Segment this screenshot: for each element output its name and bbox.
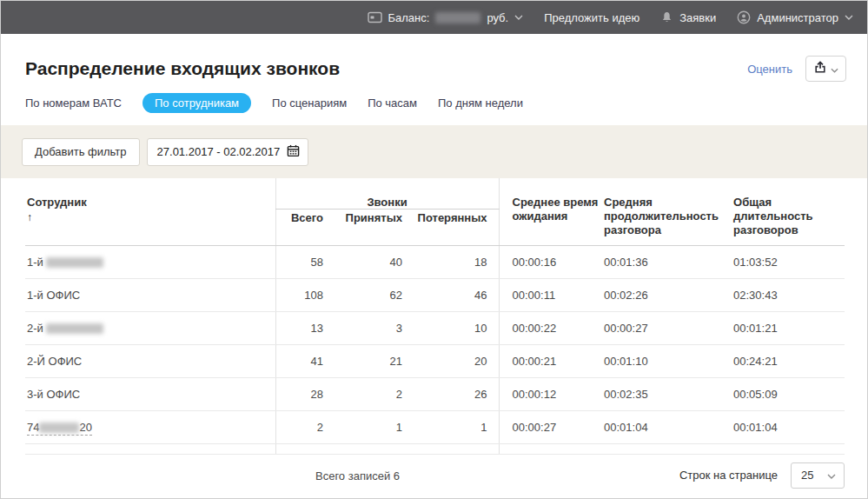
empty-cell <box>499 444 845 455</box>
export-icon <box>814 61 826 77</box>
currency-label: руб. <box>487 11 508 24</box>
table-footer: Всего записей 6 Строк на странице 25 <box>1 455 867 496</box>
employee-cell: 1-й ОФИС <box>25 279 275 312</box>
cell: 62 <box>327 279 406 312</box>
cell: 46 <box>406 279 499 312</box>
cell: 00:02:26 <box>604 279 733 312</box>
tabs: По номерам ВАТСПо сотрудникамПо сценария… <box>1 82 867 113</box>
balance-menu[interactable]: Баланс: руб. <box>368 11 524 24</box>
masked-text <box>39 422 79 433</box>
rate-link[interactable]: Оценить <box>747 63 792 76</box>
suggest-idea-link[interactable]: Предложить идею <box>544 11 639 24</box>
tab-3[interactable]: По сценариям <box>272 93 347 113</box>
filter-bar: Добавить фильтр 27.01.2017 - 02.02.2017 <box>1 125 867 178</box>
table-row: 2-й 1331000:00:2200:00:2700:01:21 <box>25 312 845 345</box>
tab-1[interactable]: По номерам ВАТС <box>25 93 122 113</box>
employee-cell: 1-й <box>25 246 275 279</box>
cell: 41 <box>275 345 327 378</box>
cell: 3 <box>327 312 406 345</box>
cell: 01:03:52 <box>733 246 845 279</box>
cell: 00:02:35 <box>604 378 733 411</box>
chevron-down-icon <box>831 63 838 76</box>
table-row: 3-й ОФИС2822600:00:1200:02:3500:05:09 <box>25 378 845 411</box>
cell: 40 <box>327 246 406 279</box>
column-header-avg-wait[interactable]: Среднее время ожидания <box>499 178 604 246</box>
employee-cell: 2-Й ОФИС <box>25 345 275 378</box>
chevron-down-icon <box>514 15 523 20</box>
cell: 02:30:43 <box>733 279 845 312</box>
cell: 00:05:09 <box>733 378 845 411</box>
table-row: 2-Й ОФИС41212000:00:2100:01:1000:24:21 <box>25 345 845 378</box>
page-title: Распределение входящих звонков <box>25 57 340 80</box>
cell: 21 <box>327 345 406 378</box>
page: Баланс: руб. Предложить идею Заявки Адми… <box>0 0 868 499</box>
column-header-accepted[interactable]: Принятых <box>327 210 406 246</box>
rows-per-page-select[interactable]: 25 <box>791 462 845 489</box>
total-records: Всего записей 6 <box>315 469 400 482</box>
column-header-avg-duration[interactable]: Средняя продолжительность разговора <box>604 178 733 246</box>
empty-cell <box>25 444 275 455</box>
cell: 1 <box>327 411 406 444</box>
employee-cell: 2-й <box>25 312 275 345</box>
column-group-calls: Звонки <box>275 178 499 210</box>
cell: 108 <box>275 279 327 312</box>
cell: 00:24:21 <box>733 345 845 378</box>
table-row: 1-й 58401800:00:1600:01:3601:03:52 <box>25 246 845 279</box>
date-range-input[interactable]: 27.01.2017 - 02.02.2017 <box>147 138 308 166</box>
cell: 00:00:22 <box>499 312 604 345</box>
calendar-icon <box>287 144 300 160</box>
empty-cell <box>275 444 499 455</box>
cell: 20 <box>406 345 499 378</box>
chevron-down-icon <box>845 15 853 20</box>
rows-per-page-label: Строк на странице <box>679 469 778 482</box>
cell: 00:00:27 <box>604 312 733 345</box>
cell: 00:01:04 <box>604 411 733 444</box>
cell: 00:01:21 <box>733 312 845 345</box>
table-row: 742021100:00:2700:01:0400:01:04 <box>25 411 845 444</box>
cell: 13 <box>275 312 327 345</box>
column-header-total[interactable]: Всего <box>275 210 327 246</box>
sort-asc-icon: ↑ <box>27 211 32 223</box>
cell: 58 <box>275 246 327 279</box>
cell: 00:01:36 <box>604 246 733 279</box>
cell: 00:00:27 <box>499 411 604 444</box>
calls-table: Сотрудник ↑ Звонки Среднее время ожидани… <box>1 178 867 455</box>
phone-link[interactable]: 7420 <box>27 421 92 436</box>
add-filter-button[interactable]: Добавить фильтр <box>22 138 140 166</box>
tab-2[interactable]: По сотрудникам <box>142 93 251 113</box>
cell: 00:01:04 <box>733 411 845 444</box>
table-row: 1-й ОФИС108624600:00:1100:02:2602:30:43 <box>25 279 845 312</box>
cell: 00:00:12 <box>499 378 604 411</box>
employee-cell: 7420 <box>25 411 275 444</box>
chevron-down-icon <box>827 469 836 482</box>
topbar: Баланс: руб. Предложить идею Заявки Адми… <box>1 1 867 34</box>
user-icon <box>737 10 751 24</box>
balance-amount-masked <box>435 12 480 23</box>
cell: 2 <box>275 411 327 444</box>
bell-icon <box>660 10 673 24</box>
export-button[interactable] <box>805 56 846 82</box>
masked-text <box>46 257 103 268</box>
cell: 00:00:11 <box>499 279 604 312</box>
employee-cell: 3-й ОФИС <box>25 378 275 411</box>
cell: 26 <box>406 378 499 411</box>
cell: 00:00:21 <box>499 345 604 378</box>
balance-label: Баланс: <box>388 11 430 24</box>
user-menu[interactable]: Администратор <box>737 10 853 24</box>
column-header-lost[interactable]: Потерянных <box>406 210 499 246</box>
table-tail-row <box>25 444 845 455</box>
masked-text <box>46 323 103 334</box>
cell: 00:01:10 <box>604 345 733 378</box>
tab-5[interactable]: По дням недели <box>438 93 523 113</box>
cell: 00:00:16 <box>499 246 604 279</box>
cell: 1 <box>406 411 499 444</box>
tab-4[interactable]: По часам <box>368 93 417 113</box>
tickets-link[interactable]: Заявки <box>660 10 716 24</box>
cell: 28 <box>275 378 327 411</box>
title-row: Распределение входящих звонков Оценить <box>1 34 867 82</box>
column-header-employee[interactable]: Сотрудник ↑ <box>25 178 275 246</box>
cell: 10 <box>406 312 499 345</box>
column-header-total-duration[interactable]: Общая длительность разговоров <box>733 178 845 246</box>
cell: 18 <box>406 246 499 279</box>
wallet-icon <box>368 11 382 23</box>
